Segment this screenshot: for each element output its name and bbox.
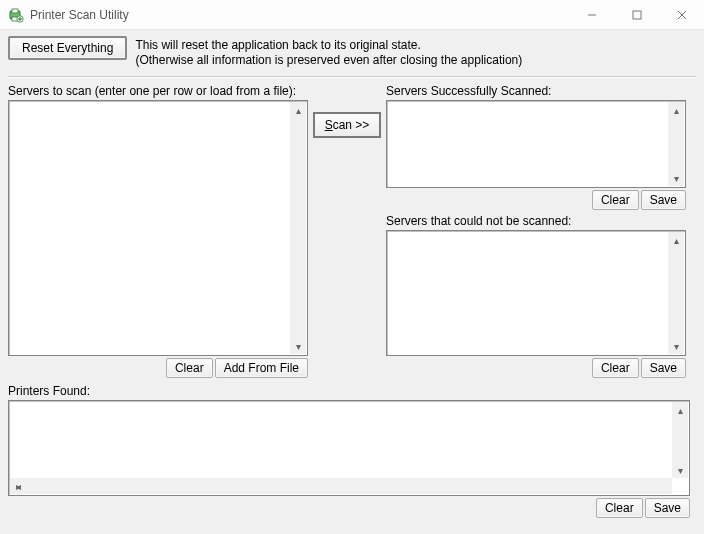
window-controls bbox=[569, 0, 704, 29]
clear-button[interactable]: Clear bbox=[592, 358, 639, 378]
main-grid: Servers to scan (enter one per row or lo… bbox=[8, 84, 696, 378]
svg-rect-7 bbox=[633, 11, 641, 19]
add-from-file-button[interactable]: Add From File bbox=[215, 358, 308, 378]
scroll-down-icon[interactable]: ▾ bbox=[668, 170, 684, 186]
scroll-up-icon[interactable]: ▴ bbox=[672, 402, 688, 418]
scroll-right-icon[interactable]: ▸ bbox=[10, 478, 26, 494]
scrollbar-vertical[interactable]: ▴ ▾ bbox=[668, 102, 684, 186]
scan-button[interactable]: Scan >> bbox=[313, 112, 382, 138]
servers-fail-buttons: Clear Save bbox=[386, 358, 686, 378]
scroll-down-icon[interactable]: ▾ bbox=[290, 338, 306, 354]
scan-button-rest: can >> bbox=[333, 118, 370, 132]
close-button[interactable] bbox=[659, 0, 704, 29]
save-button[interactable]: Save bbox=[641, 358, 686, 378]
servers-fail-list[interactable]: ▴ ▾ bbox=[386, 230, 686, 356]
clear-button[interactable]: Clear bbox=[592, 190, 639, 210]
reset-help-line1: This will reset the application back to … bbox=[135, 38, 522, 53]
scrollbar-horizontal[interactable]: ◂ ▸ bbox=[10, 478, 672, 494]
save-button[interactable]: Save bbox=[645, 498, 690, 518]
servers-success-list[interactable]: ▴ ▾ bbox=[386, 100, 686, 188]
servers-success-label: Servers Successfully Scanned: bbox=[386, 84, 686, 98]
servers-fail-label: Servers that could not be scanned: bbox=[386, 214, 686, 228]
separator bbox=[8, 76, 696, 78]
maximize-button[interactable] bbox=[614, 0, 659, 29]
minimize-button[interactable] bbox=[569, 0, 614, 29]
clear-button[interactable]: Clear bbox=[596, 498, 643, 518]
printers-found-label: Printers Found: bbox=[8, 384, 696, 398]
scan-button-underline: S bbox=[325, 118, 333, 132]
scrollbar-vertical[interactable]: ▴ ▾ bbox=[290, 102, 306, 354]
save-button[interactable]: Save bbox=[641, 190, 686, 210]
window-title: Printer Scan Utility bbox=[30, 8, 569, 22]
scroll-up-icon[interactable]: ▴ bbox=[290, 102, 306, 118]
reset-everything-button[interactable]: Reset Everything bbox=[8, 36, 127, 60]
scroll-down-icon[interactable]: ▾ bbox=[668, 338, 684, 354]
servers-to-scan-list[interactable]: ▴ ▾ bbox=[8, 100, 308, 356]
servers-success-buttons: Clear Save bbox=[386, 190, 686, 210]
printers-found-section: Printers Found: ▴ ▾ ◂ ▸ Clear Save bbox=[8, 384, 696, 518]
printers-found-list[interactable]: ▴ ▾ ◂ ▸ bbox=[8, 400, 690, 496]
clear-button[interactable]: Clear bbox=[166, 358, 213, 378]
servers-to-scan-buttons: Clear Add From File bbox=[8, 358, 308, 378]
title-bar: Printer Scan Utility bbox=[0, 0, 704, 30]
svg-rect-1 bbox=[12, 9, 18, 13]
content-area: Reset Everything This will reset the app… bbox=[0, 30, 704, 526]
servers-to-scan-label: Servers to scan (enter one per row or lo… bbox=[8, 84, 308, 98]
reset-row: Reset Everything This will reset the app… bbox=[8, 36, 696, 68]
scrollbar-vertical[interactable]: ▴ ▾ bbox=[668, 232, 684, 354]
reset-help-text: This will reset the application back to … bbox=[135, 36, 522, 68]
scan-column: Scan >> bbox=[308, 84, 386, 378]
right-column: Servers Successfully Scanned: ▴ ▾ Clear … bbox=[386, 84, 686, 378]
printers-found-buttons: Clear Save bbox=[8, 498, 690, 518]
scroll-up-icon[interactable]: ▴ bbox=[668, 102, 684, 118]
scrollbar-vertical[interactable]: ▴ ▾ bbox=[672, 402, 688, 478]
printer-plus-icon bbox=[8, 7, 24, 23]
reset-help-line2: (Otherwise all information is preserved … bbox=[135, 53, 522, 68]
scroll-up-icon[interactable]: ▴ bbox=[668, 232, 684, 248]
servers-to-scan-section: Servers to scan (enter one per row or lo… bbox=[8, 84, 308, 378]
scroll-down-icon[interactable]: ▾ bbox=[672, 462, 688, 478]
